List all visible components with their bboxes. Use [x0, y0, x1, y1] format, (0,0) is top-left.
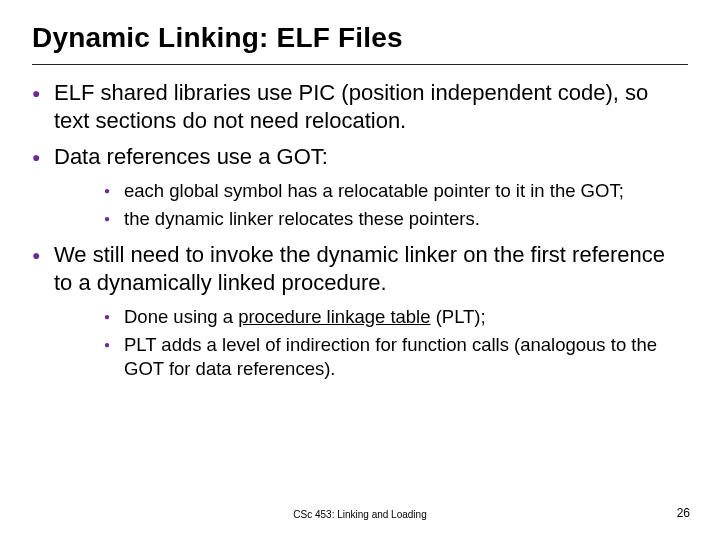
bullet-icon: ●	[32, 79, 54, 107]
sub-bullet-list: ● Done using a procedure linkage table (…	[104, 305, 688, 381]
bullet-text: the dynamic linker relocates these point…	[124, 207, 480, 231]
bullet-text: ELF shared libraries use PIC (position i…	[54, 79, 688, 135]
bullet-text: Data references use a GOT:	[54, 143, 328, 171]
list-item: ● ELF shared libraries use PIC (position…	[32, 79, 688, 135]
bullet-icon: ●	[104, 305, 124, 329]
list-item: ● Data references use a GOT:	[32, 143, 688, 171]
list-item: ● the dynamic linker relocates these poi…	[104, 207, 688, 231]
sub-bullet-list: ● each global symbol has a relocatable p…	[104, 179, 688, 231]
underlined-term: procedure linkage table	[238, 306, 430, 327]
bullet-icon: ●	[104, 207, 124, 231]
bullet-icon: ●	[104, 333, 124, 357]
bullet-text: each global symbol has a relocatable poi…	[124, 179, 624, 203]
bullet-text: We still need to invoke the dynamic link…	[54, 241, 688, 297]
footer-course: CSc 453: Linking and Loading	[0, 509, 720, 520]
bullet-text: Done using a procedure linkage table (PL…	[124, 305, 486, 329]
slide: Dynamic Linking: ELF Files ● ELF shared …	[0, 0, 720, 540]
list-item: ● PLT adds a level of indirection for fu…	[104, 333, 688, 381]
list-item: ● each global symbol has a relocatable p…	[104, 179, 688, 203]
bullet-icon: ●	[104, 179, 124, 203]
bullet-list: ● ELF shared libraries use PIC (position…	[32, 79, 688, 171]
title-rule	[32, 64, 688, 65]
list-item: ● We still need to invoke the dynamic li…	[32, 241, 688, 297]
list-item: ● Done using a procedure linkage table (…	[104, 305, 688, 329]
bullet-text: PLT adds a level of indirection for func…	[124, 333, 688, 381]
bullet-icon: ●	[32, 143, 54, 171]
text-fragment: Done using a	[124, 306, 238, 327]
slide-title: Dynamic Linking: ELF Files	[32, 22, 688, 54]
bullet-icon: ●	[32, 241, 54, 269]
page-number: 26	[677, 506, 690, 520]
bullet-list: ● We still need to invoke the dynamic li…	[32, 241, 688, 297]
text-fragment: (PLT);	[431, 306, 486, 327]
